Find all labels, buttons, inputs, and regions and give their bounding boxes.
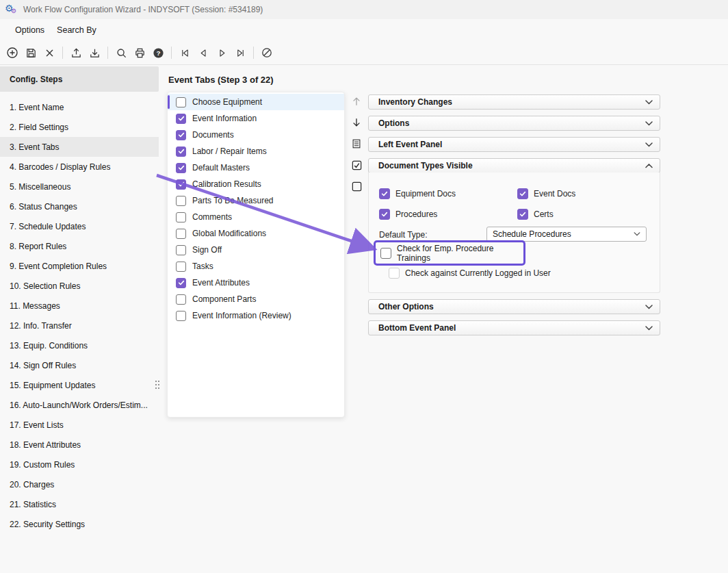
accordion-header-other-options[interactable]: Other Options — [368, 299, 660, 314]
sidebar-item[interactable]: 1. Event Name — [0, 97, 159, 117]
sidebar-item[interactable]: 21. Statistics — [0, 494, 159, 514]
upload-icon[interactable] — [67, 44, 85, 62]
accordion-header-options[interactable]: Options — [368, 116, 660, 131]
event-tab-row[interactable]: Default Masters — [168, 160, 344, 176]
sidebar-item[interactable]: 12. Info. Transfer — [0, 316, 159, 335]
equipment-docs-checkbox[interactable] — [379, 188, 390, 199]
checkbox-label: Procedures — [395, 209, 437, 219]
sidebar-item[interactable]: 13. Equip. Conditions — [0, 335, 159, 355]
accordion-header-inventory-changes[interactable]: Inventory Changes — [368, 94, 660, 110]
accordion-header-document-types-visible[interactable]: Document Types Visible — [368, 158, 660, 173]
event-tab-checkbox[interactable] — [176, 97, 186, 107]
accordion-label: Options — [378, 118, 409, 128]
download-icon[interactable] — [86, 44, 103, 62]
event-tab-checkbox[interactable] — [176, 130, 186, 140]
logged-in-user-checkbox[interactable] — [389, 268, 400, 279]
toolbar-separator — [107, 47, 108, 59]
chevron-down-icon — [645, 142, 653, 147]
procedures-checkbox[interactable] — [379, 209, 390, 220]
nav-previous-icon[interactable] — [194, 44, 212, 62]
event-tab-row[interactable]: Labor / Repair Items — [168, 143, 344, 160]
sidebar-item[interactable]: 16. Auto-Launch/Work Orders/Estim... — [0, 395, 159, 415]
list-details-icon[interactable] — [349, 138, 364, 150]
event-tab-label: Tasks — [192, 262, 213, 271]
window-title: Work Flow Configuration Wizard - INDYSOF… — [23, 5, 263, 14]
accordion-header-bottom-event-panel[interactable]: Bottom Event Panel — [368, 320, 660, 335]
sidebar-item[interactable]: 11. Messages — [0, 296, 159, 316]
nav-first-icon[interactable] — [176, 44, 194, 62]
help-icon[interactable]: ? — [149, 44, 167, 62]
event-tab-checkbox[interactable] — [176, 179, 186, 190]
event-tab-checkbox[interactable] — [176, 278, 186, 288]
move-up-icon[interactable] — [349, 95, 364, 107]
event-tab-row[interactable]: Global Modifications — [168, 225, 344, 242]
nav-next-icon[interactable] — [213, 44, 231, 62]
sidebar-item[interactable]: 15. Equipment Updates — [0, 375, 159, 395]
event-tab-row[interactable]: Event Information — [168, 110, 344, 127]
event-tabs-list: Choose EquipmentEvent InformationDocumen… — [167, 92, 345, 418]
event-tab-row[interactable]: Tasks — [168, 258, 344, 275]
cancel-icon[interactable] — [258, 44, 276, 62]
event-tab-checkbox[interactable] — [176, 196, 186, 206]
event-tab-label: Sign Off — [192, 245, 222, 255]
add-icon[interactable] — [3, 44, 21, 62]
event-tab-row[interactable]: Choose Equipment — [168, 94, 344, 110]
checkbox-label: Certs — [534, 209, 554, 219]
event-tab-row[interactable]: Event Attributes — [168, 275, 344, 291]
event-tab-checkbox[interactable] — [176, 262, 186, 272]
event-tab-checkbox[interactable] — [176, 163, 186, 173]
select-all-icon[interactable] — [349, 159, 364, 171]
sidebar-item[interactable]: 7. Schedule Updates — [0, 216, 159, 236]
event-tab-row[interactable]: Parts To Be Measured — [168, 192, 344, 209]
sidebar-item[interactable]: 4. Barcodes / Display Rules — [0, 157, 159, 177]
sidebar-item[interactable]: 8. Report Rules — [0, 236, 159, 256]
sidebar-item[interactable]: 3. Event Tabs — [0, 137, 159, 157]
sidebar-item[interactable]: 6. Status Changes — [0, 196, 159, 216]
sidebar-item[interactable]: 19. Custom Rules — [0, 455, 159, 474]
menu-search-by[interactable]: Search By — [51, 22, 102, 38]
event-tab-row[interactable]: Component Parts — [168, 291, 344, 307]
event-tab-checkbox[interactable] — [176, 114, 186, 124]
sidebar-item[interactable]: 22. Security Settings — [0, 514, 159, 534]
event-tab-row[interactable]: Sign Off — [168, 242, 344, 258]
emp-procedure-trainings-checkbox[interactable] — [380, 248, 391, 259]
checkbox-row: Procedures — [379, 209, 437, 220]
event-tab-checkbox[interactable] — [176, 311, 186, 321]
sidebar-item[interactable]: 20. Charges — [0, 474, 159, 494]
svg-text:?: ? — [156, 49, 160, 57]
chevron-down-icon — [634, 232, 640, 236]
sidebar-item[interactable]: 18. Event Attributes — [0, 435, 159, 455]
config-steps-header: Config. Steps — [0, 66, 159, 92]
nav-last-icon[interactable] — [231, 44, 249, 62]
sidebar-item[interactable]: 17. Event Lists — [0, 415, 159, 435]
deselect-all-icon[interactable] — [349, 180, 364, 192]
save-icon[interactable] — [22, 44, 40, 62]
event-tab-row[interactable]: Calibration Results — [168, 176, 344, 192]
event-tab-checkbox[interactable] — [176, 294, 186, 305]
event-tab-row[interactable]: Documents — [168, 127, 344, 143]
print-icon[interactable] — [131, 44, 148, 62]
search-icon[interactable] — [112, 44, 130, 62]
event-tab-row[interactable]: Event Information (Review) — [168, 307, 344, 324]
default-type-dropdown[interactable]: Schedule Procedures — [486, 227, 647, 242]
event-tab-row[interactable]: Comments — [168, 209, 344, 225]
move-down-icon[interactable] — [349, 116, 364, 129]
event-tab-label: Component Parts — [192, 294, 256, 304]
splitter-grip[interactable] — [155, 381, 161, 390]
sidebar-item[interactable]: 14. Sign Off Rules — [0, 355, 159, 375]
menu-options[interactable]: Options — [10, 22, 50, 38]
event-tab-checkbox[interactable] — [176, 212, 186, 222]
certs-checkbox[interactable] — [517, 209, 528, 220]
accordion-header-left-event-panel[interactable]: Left Event Panel — [368, 137, 660, 152]
event-docs-checkbox[interactable] — [517, 188, 528, 199]
sidebar-item[interactable]: 5. Miscellaneous — [0, 177, 159, 196]
event-tab-label: Comments — [192, 212, 232, 222]
delete-icon[interactable] — [40, 44, 58, 62]
event-tab-checkbox[interactable] — [176, 229, 186, 239]
event-tab-checkbox[interactable] — [176, 245, 186, 255]
toolbar-separator — [171, 47, 172, 59]
sidebar-item[interactable]: 2. Field Settings — [0, 117, 159, 137]
event-tab-checkbox[interactable] — [176, 147, 186, 157]
sidebar-item[interactable]: 9. Event Completion Rules — [0, 256, 159, 276]
sidebar-item[interactable]: 10. Selection Rules — [0, 276, 159, 296]
